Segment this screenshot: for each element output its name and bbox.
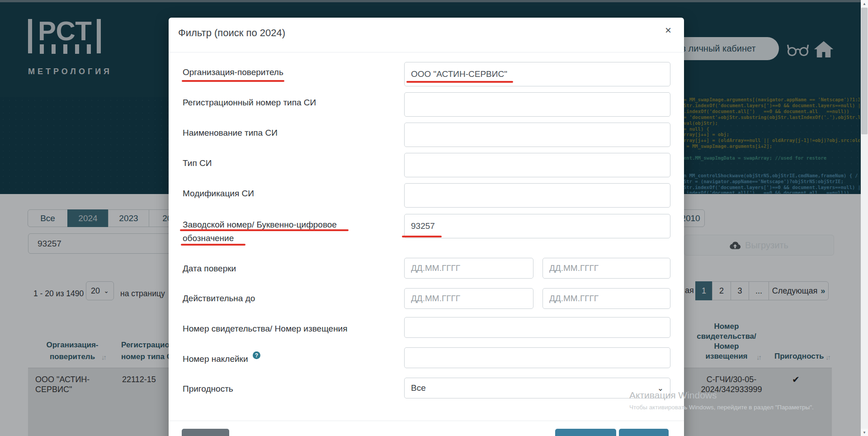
field-label-sticker: Номер наклейки <box>183 354 248 364</box>
valid-until-to-input[interactable] <box>542 288 670 309</box>
field-valid-until-from <box>404 288 533 309</box>
serial-input[interactable] <box>404 214 670 238</box>
red-underline <box>402 236 442 237</box>
field-valid-until-to <box>542 288 670 309</box>
valid-until-from-input[interactable] <box>404 288 533 309</box>
close-button[interactable] <box>619 429 669 436</box>
vertical-scrollbar[interactable]: ▲ ▼ <box>861 0 868 436</box>
field-label-certificate: Номер свидетельства/ Номер извещения <box>183 324 348 334</box>
verification-date-to-input[interactable] <box>542 258 670 279</box>
modal-footer-divider <box>169 421 684 421</box>
field-label-fitness: Пригодность <box>183 384 233 394</box>
red-underline <box>181 244 245 246</box>
field-type <box>404 153 670 177</box>
red-underline <box>406 81 513 83</box>
fitness-select[interactable]: Все ⌄ <box>404 378 670 398</box>
field-typename <box>404 123 670 147</box>
close-icon[interactable]: × <box>665 25 671 36</box>
fitness-select-value: Все <box>411 383 426 393</box>
verification-date-from-input[interactable] <box>404 258 533 279</box>
red-underline <box>182 80 284 82</box>
certificate-input[interactable] <box>404 317 670 338</box>
reset-button[interactable] <box>182 429 229 436</box>
chevron-down-icon: ⌄ <box>657 384 664 393</box>
field-label-organization: Организация-поверитель <box>183 67 283 77</box>
field-verification-date-from <box>404 258 533 279</box>
field-label-serial-line2: обозначение <box>183 233 234 243</box>
field-label-modification: Модификация СИ <box>183 189 254 199</box>
field-sticker <box>404 347 670 368</box>
typename-input[interactable] <box>404 123 670 147</box>
field-verification-date-to <box>542 258 670 279</box>
search-submit-button[interactable] <box>555 429 616 436</box>
field-serial <box>404 214 670 238</box>
sticker-input[interactable] <box>404 347 670 368</box>
field-label-verification-date: Дата поверки <box>183 264 236 274</box>
field-regnumber <box>404 92 670 117</box>
field-certificate <box>404 317 670 338</box>
field-label-valid-until: Действительна до <box>183 294 255 303</box>
field-modification <box>404 183 670 208</box>
field-label-regnumber: Регистрационный номер типа СИ <box>183 98 316 108</box>
scrollbar-up-arrow-icon[interactable]: ▲ <box>861 0 868 7</box>
help-icon[interactable]: ? <box>253 351 260 359</box>
field-label-serial-line1: Заводской номер/ Буквенно-цифровое <box>183 220 337 230</box>
modal-header-divider <box>169 52 684 52</box>
field-label-type: Тип СИ <box>183 158 212 168</box>
type-input[interactable] <box>404 153 670 177</box>
scrollbar-down-arrow-icon[interactable]: ▼ <box>861 429 868 436</box>
app-screen: РСТ МЕТРОЛОГИЯ в личный кабинет = MM_swa… <box>0 0 868 436</box>
modal-title: Фильтр (поиск по 2024) <box>178 27 285 39</box>
field-label-typename: Наименование типа СИ <box>183 128 278 138</box>
regnumber-input[interactable] <box>404 92 670 117</box>
filter-modal: Фильтр (поиск по 2024) × Организация-пов… <box>169 18 684 436</box>
red-underline <box>180 229 349 231</box>
modification-input[interactable] <box>404 183 670 208</box>
scrollbar-thumb[interactable] <box>861 8 868 134</box>
